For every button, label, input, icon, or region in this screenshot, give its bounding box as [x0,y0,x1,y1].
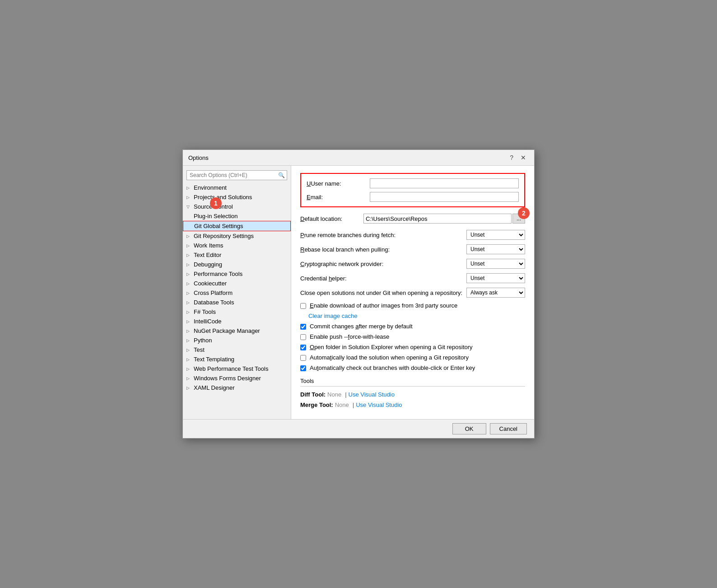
enable-author-images-checkbox[interactable] [300,303,306,309]
diff-tool-row: Diff Tool: None | Use Visual Studio [300,391,525,398]
enable-push-force-checkbox[interactable] [300,334,306,340]
default-location-label: Default location: [300,215,363,222]
user-name-label: UUser name: [307,180,370,187]
crypto-select[interactable]: Unset True False [466,259,525,269]
commit-after-merge-checkbox[interactable] [300,324,306,330]
sidebar-item-label: NuGet Package Manager [194,327,260,334]
sidebar-item-work-items[interactable]: ▷ Work Items [183,241,291,250]
sidebar-item-label: Web Performance Test Tools [194,365,268,372]
user-email-group: UUser name: Email: [300,173,525,207]
rebase-select[interactable]: Unset True False [466,244,525,254]
sidebar-item-label: Test [194,346,205,353]
sidebar-item-fsharp-tools[interactable]: ▷ F# Tools [183,307,291,317]
sidebar-item-text-templating[interactable]: ▷ Text Templating [183,355,291,364]
options-dialog: Options ? ✕ 🔍 ▷ Environment ▷ Projects a… [182,149,535,439]
divider-line [300,386,525,387]
sidebar-item-test[interactable]: ▷ Test [183,345,291,355]
prune-label: Prune remote branches during fetch: [300,232,466,238]
rebase-label: Rebase local branch when pulling: [300,246,466,253]
sidebar-item-label: Cross Platform [194,289,233,296]
rebase-row: Rebase local branch when pulling: Unset … [300,244,525,254]
arrow-icon: ▷ [186,338,192,343]
sidebar-item-label: Python [194,337,212,344]
credential-row: Credential helper: Unset manager store [300,273,525,283]
cancel-button[interactable]: Cancel [490,423,527,434]
sidebar-item-label: Projects and Solutions [194,194,252,201]
search-input[interactable] [186,170,287,180]
merge-tool-link[interactable]: Use Visual Studio [356,401,402,408]
auto-load-checkbox[interactable] [300,355,306,361]
commit-after-merge-row: Commit changes after merge by default [300,323,525,330]
sidebar-item-environment[interactable]: ▷ Environment [183,183,291,192]
prune-select[interactable]: Unset True False [466,230,525,240]
open-folder-row: Open folder in Solution Explorer when op… [300,344,525,350]
sidebar-item-text-editor[interactable]: ▷ Text Editor [183,250,291,260]
email-input[interactable] [370,192,519,202]
dialog-body: 🔍 ▷ Environment ▷ Projects and Solutions… [183,166,534,419]
prune-row: Prune remote branches during fetch: Unse… [300,230,525,240]
sidebar-item-git-global-settings[interactable]: Git Global Settings [183,221,291,231]
sidebar-item-intellicode[interactable]: ▷ IntelliCode [183,317,291,326]
clear-image-cache-link[interactable]: Clear image cache [308,313,525,319]
sidebar-item-python[interactable]: ▷ Python [183,336,291,345]
sidebar-item-label: Text Editor [194,252,221,258]
close-button[interactable]: ✕ [518,154,529,162]
diff-tool-separator: | [345,391,346,398]
arrow-icon: ▷ [186,319,192,324]
sidebar-item-web-performance-test-tools[interactable]: ▷ Web Performance Test Tools [183,364,291,373]
arrow-icon: ▷ [186,253,192,257]
sidebar-item-label: Debugging [194,261,222,268]
merge-tool-value: None [335,401,349,408]
auto-load-row: Automatically load the solution when ope… [300,354,525,361]
close-solutions-select[interactable]: Always ask Always Never [466,288,525,298]
sidebar-item-performance-tools[interactable]: ▷ Performance Tools [183,269,291,279]
open-folder-checkbox[interactable] [300,345,306,350]
sidebar-item-label: Text Templating [194,356,234,363]
sidebar-item-debugging[interactable]: ▷ Debugging [183,260,291,269]
auto-checkout-checkbox[interactable] [300,365,306,371]
sidebar-item-windows-forms-designer[interactable]: ▷ Windows Forms Designer [183,373,291,383]
arrow-icon: ▷ [186,281,192,286]
email-label: Email: [307,194,370,201]
commit-after-merge-label: Commit changes after merge by default [310,323,413,330]
badge-2: 2 [518,207,530,219]
arrow-icon: ▷ [186,300,192,305]
open-folder-label: Open folder in Solution Explorer when op… [310,344,473,350]
help-button[interactable]: ? [507,154,516,162]
sidebar-item-database-tools[interactable]: ▷ Database Tools [183,298,291,307]
default-location-input[interactable] [363,214,512,224]
arrow-icon: ▷ [186,291,192,295]
sidebar-item-cross-platform[interactable]: ▷ Cross Platform [183,288,291,298]
sidebar-item-plugin-selection[interactable]: Plug-in Selection [183,211,291,221]
sidebar-item-projects-solutions[interactable]: ▷ Projects and Solutions [183,192,291,202]
sidebar-item-label: Windows Forms Designer [194,375,261,382]
source-control-section: ▽ Source Control 1 Plug-in Selection Git… [183,202,291,241]
diff-tool-label: Diff Tool: [300,391,326,398]
enable-author-images-row: Enable download of author images from 3r… [300,302,525,309]
chevron-right-icon: ▷ [186,234,192,238]
sidebar-item-nuget-package-manager[interactable]: ▷ NuGet Package Manager [183,326,291,336]
user-name-input[interactable] [370,178,519,188]
merge-tool-label: Merge Tool: [300,401,333,408]
sidebar-item-label: XAML Designer [194,384,235,391]
credential-label: Credential helper: [300,275,466,282]
default-location-row: Default location: ... 2 [300,214,525,224]
sidebar-item-label: Environment [194,184,227,191]
search-box: 🔍 [186,170,287,180]
diff-tool-value: None [327,391,341,398]
email-row: Email: [307,192,519,202]
diff-tool-link[interactable]: Use Visual Studio [349,391,395,398]
ok-button[interactable]: OK [452,423,486,434]
sidebar-item-xaml-designer[interactable]: ▷ XAML Designer [183,383,291,392]
title-bar: Options ? ✕ [183,150,534,166]
credential-select[interactable]: Unset manager store [466,273,525,283]
sidebar-item-label: F# Tools [194,308,216,315]
enable-push-force-label: Enable push --force-with-lease [310,333,389,340]
sidebar-item-source-control[interactable]: ▽ Source Control 1 [183,202,291,211]
sidebar-item-git-repository-settings[interactable]: ▷ Git Repository Settings [183,231,291,241]
arrow-icon: ▷ [186,262,192,267]
arrow-icon: ▷ [186,195,192,200]
sidebar-item-cookiecutter[interactable]: ▷ Cookiecutter [183,279,291,288]
sidebar-item-label: Plug-in Selection [194,213,238,219]
tools-section-divider: Tools [300,378,525,387]
